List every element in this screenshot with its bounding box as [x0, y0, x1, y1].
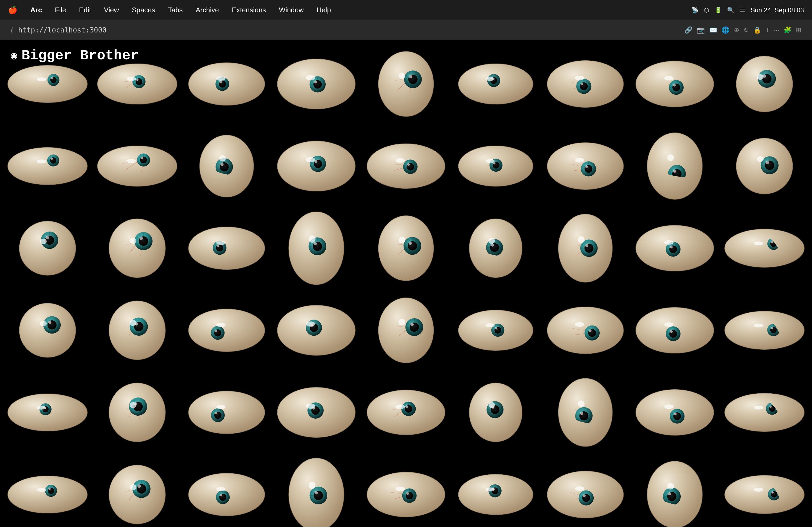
svg-point-297 [485, 159, 494, 163]
svg-point-699 [670, 330, 673, 333]
svg-point-878 [664, 404, 674, 409]
menu-item-view[interactable]: View [102, 5, 121, 15]
eyeball-cell [3, 125, 92, 207]
svg-point-459 [409, 241, 412, 245]
eyeball-cell [451, 289, 540, 371]
share-icon[interactable]: 🔗 [684, 26, 693, 34]
svg-point-38 [126, 77, 136, 81]
svg-point-976 [309, 482, 316, 489]
eyeball-cell [3, 207, 92, 289]
eyeball [454, 139, 537, 193]
svg-point-178 [763, 74, 766, 77]
eyeball-cell [3, 453, 92, 527]
svg-point-418 [217, 245, 219, 247]
eyeball [185, 57, 268, 111]
eyeball [723, 468, 806, 521]
svg-point-718 [771, 327, 773, 329]
svg-point-838 [491, 405, 494, 408]
svg-point-1018 [492, 488, 495, 490]
svg-point-219 [141, 157, 143, 160]
reader-icon[interactable]: T [766, 26, 770, 34]
eyeball-cell [451, 43, 540, 125]
svg-point-98 [398, 73, 405, 79]
svg-point-598 [215, 330, 217, 332]
bluetooth-icon: ⬡ [704, 7, 709, 14]
svg-point-338 [667, 154, 674, 161]
eyeball [108, 456, 167, 527]
svg-point-238 [220, 163, 224, 166]
menu-bar-left: 🍎 Arc File Edit View Spaces Tabs Archive… [8, 5, 692, 15]
svg-point-196 [37, 160, 46, 163]
svg-point-159 [673, 84, 676, 87]
control-center-icon[interactable]: ☰ [740, 7, 745, 14]
eyeball [364, 139, 448, 193]
eyeball [544, 57, 627, 111]
svg-point-679 [575, 322, 584, 327]
eyeball [6, 57, 89, 111]
svg-point-339 [673, 169, 677, 173]
eyeball-cell [720, 43, 809, 125]
svg-point-538 [771, 241, 773, 243]
svg-point-256 [306, 157, 315, 162]
mail-icon[interactable]: ✉️ [709, 26, 717, 34]
eyeball-cell [272, 371, 361, 453]
menu-item-arc[interactable]: Arc [28, 5, 44, 15]
menu-item-archive[interactable]: Archive [193, 5, 221, 15]
extensions-row-icon[interactable]: ⊞ [796, 26, 801, 34]
url-display[interactable]: http://localhost:3000 [18, 26, 685, 34]
svg-point-398 [129, 238, 136, 244]
svg-point-58 [219, 81, 222, 83]
menu-item-window[interactable]: Window [277, 5, 306, 15]
svg-point-537 [754, 241, 764, 245]
lock-icon[interactable]: 🔒 [753, 26, 761, 34]
eyeball-cell [540, 371, 630, 453]
svg-point-139 [575, 76, 584, 80]
arc-tools-icon[interactable]: 🧩 [784, 26, 792, 34]
camera-icon[interactable]: 📷 [697, 26, 705, 34]
svg-point-377 [46, 236, 49, 239]
svg-point-639 [410, 323, 414, 326]
menu-item-help[interactable]: Help [315, 5, 333, 15]
svg-point-197 [51, 157, 53, 160]
svg-point-759 [134, 402, 137, 405]
svg-point-357 [757, 156, 764, 162]
svg-point-597 [216, 323, 226, 327]
svg-point-1058 [667, 483, 674, 490]
eyeball [645, 127, 704, 205]
more-icon[interactable]: ··· [774, 26, 779, 34]
menu-item-edit[interactable]: Edit [77, 5, 93, 15]
translate-icon[interactable]: 🌐 [722, 26, 729, 34]
browser-url-bar: i http://localhost:3000 🔗 📷 ✉️ 🌐 ⊕ ↻ 🔒 T… [0, 20, 812, 40]
svg-point-158 [664, 76, 674, 80]
menu-item-file[interactable]: File [53, 5, 68, 15]
svg-point-939 [137, 485, 141, 488]
eyeball-cell [540, 43, 630, 125]
apple-menu-icon[interactable]: 🍎 [8, 6, 17, 15]
eyeball [556, 374, 615, 451]
eyeball [376, 291, 436, 369]
refresh-icon[interactable]: ↻ [743, 26, 749, 34]
page-title: ◉ Bigger Brother [11, 48, 139, 64]
eyeball [633, 221, 716, 275]
add-icon[interactable]: ⊕ [734, 26, 739, 34]
page-title-text: Bigger Brother [21, 48, 139, 64]
eyeball-cell [630, 207, 720, 289]
eyeball [185, 468, 268, 521]
eyeball-cell [182, 453, 272, 527]
eyeball [364, 468, 448, 521]
search-icon[interactable]: 🔍 [727, 7, 735, 14]
svg-point-518 [664, 240, 674, 245]
eyeball-cell [451, 453, 540, 527]
eyeball [287, 209, 346, 287]
menu-item-extensions[interactable]: Extensions [230, 5, 268, 15]
eyeball-cell [630, 125, 720, 207]
svg-point-859 [578, 400, 584, 407]
menu-item-spaces[interactable]: Spaces [130, 5, 157, 15]
clock: Sun 24. Sep 08:03 [751, 6, 804, 14]
svg-point-376 [40, 239, 46, 244]
menu-item-tabs[interactable]: Tabs [166, 5, 185, 15]
eyeball-cell [182, 125, 272, 207]
svg-point-218 [126, 159, 136, 163]
eyeball-cell [540, 125, 630, 207]
eyeball [466, 374, 525, 451]
